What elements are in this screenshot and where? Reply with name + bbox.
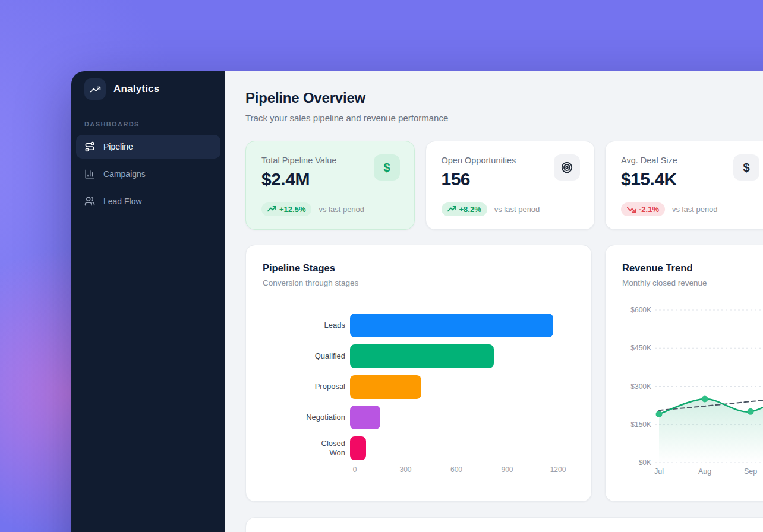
bar-row: Closed Won <box>263 436 575 460</box>
x-axis-tick: 900 <box>501 466 513 474</box>
chart-subtitle: Conversion through stages <box>263 278 358 287</box>
revenue-point[interactable] <box>656 411 663 417</box>
page-header: Pipeline Overview Track your sales pipel… <box>245 90 448 123</box>
sidebar-item-pipeline[interactable]: Pipeline <box>76 135 220 159</box>
sidebar-item-label: Lead Flow <box>103 197 142 206</box>
bar-closed-won[interactable] <box>350 436 366 460</box>
bar-track <box>350 314 575 337</box>
trending-up-icon <box>90 84 101 95</box>
y-axis-label: $600K <box>630 306 651 314</box>
main-content: Pipeline Overview Track your sales pipel… <box>225 71 763 532</box>
app-window: Analytics DASHBOARDS Pipeline <box>71 71 763 532</box>
pipeline-stages-rows: LeadsQualifiedProposalNegotiationClosed … <box>263 314 575 467</box>
bar-row: Proposal <box>263 375 575 399</box>
bar-category-label: Proposal <box>263 382 350 391</box>
sidebar-header: Analytics <box>71 71 225 107</box>
delta-value: +12.5% <box>279 205 305 214</box>
revenue-trend-svg: $0K$150K$300K$450K$600KJulAugSep <box>620 303 763 481</box>
bar-track <box>350 375 575 399</box>
dollar-sign-icon: $ <box>374 154 400 180</box>
kpi-card-open-opportunities: Open Opportunities 156 +8.2% vs last per… <box>425 141 595 230</box>
sidebar-item-label: Campaigns <box>103 169 146 179</box>
bar-row: Leads <box>263 314 575 337</box>
x-axis-tick: 1200 <box>550 466 566 474</box>
pipeline-stages-axis: 03006009001200 <box>355 466 558 475</box>
x-axis-tick: 600 <box>450 466 462 474</box>
revenue-area <box>659 387 763 463</box>
page-title: Pipeline Overview <box>245 90 448 106</box>
chart-title: Pipeline Stages <box>263 262 335 274</box>
kpi-row: Total Pipeline Value $2.4M $ +12.5% vs l… <box>245 141 763 230</box>
delta-value: +8.2% <box>459 205 481 214</box>
trend-arrow-icon <box>627 205 636 214</box>
y-axis-label: $0K <box>639 458 651 467</box>
delta-badge: +12.5% <box>261 202 311 216</box>
bar-track <box>350 436 575 460</box>
kpi-card-avg-deal-size: Avg. Deal Size $15.4K $ -2.1% vs last pe… <box>605 141 763 230</box>
sidebar: Analytics DASHBOARDS Pipeline <box>71 71 225 532</box>
kpi-meta: +8.2% vs last period <box>442 202 540 216</box>
sidebar-item-campaigns[interactable]: Campaigns <box>76 162 220 186</box>
kpi-card-total-pipeline-value: Total Pipeline Value $2.4M $ +12.5% vs l… <box>245 141 415 230</box>
bar-row: Negotiation <box>263 406 575 429</box>
revenue-point[interactable] <box>748 408 754 415</box>
bar-leads[interactable] <box>350 314 553 337</box>
delta-badge: -2.1% <box>621 202 665 216</box>
dollar-sign-icon: $ <box>733 154 759 180</box>
x-axis-tick: 0 <box>353 466 357 474</box>
y-axis-label: $450K <box>630 344 651 352</box>
bar-track <box>350 344 575 368</box>
bar-category-label: Closed Won <box>263 439 350 458</box>
y-axis-label: $150K <box>630 420 651 429</box>
y-axis-label: $300K <box>630 382 651 391</box>
trend-arrow-icon <box>267 205 276 214</box>
page-subtitle: Track your sales pipeline and revenue pe… <box>245 113 448 123</box>
app-logo <box>84 78 106 100</box>
sidebar-nav: Pipeline Campaigns <box>71 135 225 213</box>
bar-chart-icon <box>84 169 95 179</box>
trend-arrow-icon <box>447 205 456 214</box>
sidebar-item-label: Pipeline <box>103 142 133 151</box>
bar-category-label: Leads <box>263 321 350 330</box>
bar-track <box>350 406 575 429</box>
compare-label: vs last period <box>494 205 540 214</box>
sidebar-item-lead-flow[interactable]: Lead Flow <box>76 189 220 213</box>
dollar-glyph: $ <box>383 161 390 175</box>
bar-qualified[interactable] <box>350 344 494 368</box>
x-axis-tick: 300 <box>399 466 411 474</box>
delta-value: -2.1% <box>639 205 659 214</box>
chart-subtitle: Monthly closed revenue <box>622 278 707 287</box>
bar-negotiation[interactable] <box>350 406 380 429</box>
pipeline-stages-card: Pipeline Stages Conversion through stage… <box>245 245 592 502</box>
x-axis-label: Sep <box>744 467 757 476</box>
bottom-card <box>245 517 763 532</box>
route-icon <box>84 141 95 152</box>
revenue-point[interactable] <box>702 395 708 402</box>
kpi-meta: +12.5% vs last period <box>261 202 364 216</box>
users-icon <box>84 196 95 207</box>
revenue-trend-card: Revenue Trend Monthly closed revenue $0K… <box>605 245 763 502</box>
dollar-glyph: $ <box>743 161 749 175</box>
x-axis-label: Jul <box>654 467 664 476</box>
compare-label: vs last period <box>319 205 364 214</box>
sidebar-section-label: DASHBOARDS <box>84 121 212 128</box>
delta-badge: +8.2% <box>442 202 487 216</box>
kpi-meta: -2.1% vs last period <box>621 202 718 216</box>
chart-title: Revenue Trend <box>622 262 692 274</box>
bar-category-label: Qualified <box>263 352 350 361</box>
target-icon <box>554 154 580 180</box>
bar-row: Qualified <box>263 344 575 368</box>
bar-proposal[interactable] <box>350 375 421 399</box>
compare-label: vs last period <box>672 205 718 214</box>
brand-name: Analytics <box>113 83 159 95</box>
x-axis-label: Aug <box>698 467 711 476</box>
bar-category-label: Negotiation <box>263 413 350 422</box>
desktop-background: Analytics DASHBOARDS Pipeline <box>0 0 763 532</box>
